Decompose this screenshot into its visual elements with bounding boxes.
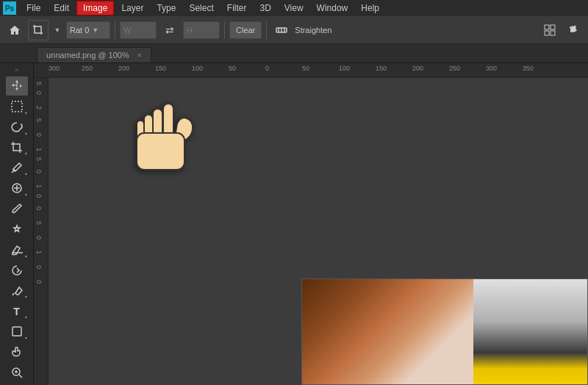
canvas-area: 300 250 200 150 100 50 0 50 100 150 200 … <box>34 63 588 385</box>
tab-close-btn[interactable]: × <box>137 51 142 60</box>
eyedropper-tool-btn[interactable]: ▾ <box>6 158 28 177</box>
tab-bar: unnamed.png @ 100% × <box>0 44 588 63</box>
svg-rect-15 <box>12 327 21 336</box>
heal-icon <box>10 181 24 195</box>
width-input[interactable] <box>120 21 157 39</box>
separator-3 <box>266 21 267 39</box>
ruler-corner <box>34 63 49 78</box>
menu-3d[interactable]: 3D <box>254 1 276 15</box>
img-right <box>473 279 587 384</box>
shape-icon <box>10 325 24 338</box>
svg-rect-8 <box>12 101 22 112</box>
menu-filter[interactable]: Filter <box>221 1 253 15</box>
pen-tool-btn[interactable]: ▾ <box>6 281 28 301</box>
ruler-left-label: 1 <box>35 184 43 188</box>
ruler-left-label: 0 <box>35 206 43 210</box>
crop-icon2 <box>10 141 24 154</box>
ruler-left-label: 0 <box>35 265 43 269</box>
ruler-left-label: 0 <box>35 133 43 137</box>
clear-button[interactable]: Clear <box>229 21 262 39</box>
ruler-label: 150 <box>155 65 166 72</box>
ruler-label: 100 <box>339 65 350 72</box>
swap-icon: ⇄ <box>165 24 174 36</box>
straighten-icon <box>275 24 288 37</box>
ruler-left-label: 5 <box>35 221 43 225</box>
toolbar-expand[interactable]: » <box>15 66 18 73</box>
eraser-tool-btn[interactable]: ▾ <box>6 240 28 259</box>
separator-1 <box>115 21 115 39</box>
marquee-tool-btn[interactable]: ▾ <box>6 97 28 116</box>
sub-tri4: ▾ <box>25 171 27 176</box>
ruler-left-label: 0 <box>35 91 43 95</box>
ruler-label: 300 <box>49 65 60 72</box>
grid-icon-btn[interactable] <box>539 20 560 40</box>
straighten-icon-btn[interactable] <box>271 20 292 40</box>
hand-icon <box>10 345 24 359</box>
ruler-label: 0 <box>265 65 269 72</box>
svg-line-17 <box>19 375 22 378</box>
svg-rect-7 <box>551 31 555 35</box>
menu-layer[interactable]: Layer <box>115 1 149 15</box>
menu-file[interactable]: File <box>21 1 46 15</box>
clone-icon <box>10 223 24 236</box>
crop-tool-btn[interactable] <box>28 20 49 40</box>
ruler-label: 250 <box>82 65 93 72</box>
settings-icon-btn[interactable] <box>563 20 584 40</box>
menu-image[interactable]: Image <box>76 1 114 15</box>
ruler-left-label: 0 <box>35 236 43 240</box>
eyedropper-icon <box>10 161 24 174</box>
menu-help[interactable]: Help <box>355 1 385 15</box>
ruler-left-label: 5 <box>35 82 43 85</box>
svg-point-9 <box>13 170 15 171</box>
document-tab[interactable]: unnamed.png @ 100% × <box>37 47 151 62</box>
brush-tool-btn[interactable] <box>6 199 28 218</box>
ruler-label: 50 <box>302 65 309 72</box>
sub-tri5: ▾ <box>25 192 27 197</box>
menu-edit[interactable]: Edit <box>48 1 75 15</box>
ruler-label: 50 <box>229 65 236 72</box>
hand-tool-btn[interactable] <box>6 342 28 361</box>
ruler-left-label: 1 <box>35 148 43 151</box>
ruler-scale-top: 300 250 200 150 100 50 0 50 100 150 200 … <box>49 63 588 77</box>
svg-rect-4 <box>545 25 549 29</box>
menu-select[interactable]: Select <box>183 1 219 15</box>
sub-tri7: ▾ <box>25 294 27 299</box>
sub-tri: ▾ <box>25 110 27 115</box>
ruler-label: 200 <box>412 65 423 72</box>
clone-tool-btn[interactable] <box>6 220 28 239</box>
lasso-icon <box>10 120 24 134</box>
svg-rect-5 <box>551 25 555 29</box>
crop-dropdown-btn[interactable]: ▼ <box>51 20 63 40</box>
pen-icon <box>10 284 24 298</box>
ps-logo: Ps <box>3 1 16 15</box>
ruler-left-label: 1 <box>35 251 43 254</box>
text-icon: T <box>13 305 20 317</box>
blur-icon <box>10 264 24 277</box>
ratio-dropdown[interactable]: Rat 0 ▼ <box>66 21 110 39</box>
menu-window[interactable]: Window <box>311 1 354 15</box>
gear-icon <box>567 24 579 36</box>
eraser-icon <box>10 243 24 256</box>
crop-tool-btn2[interactable]: ▾ <box>6 138 28 157</box>
height-input[interactable] <box>183 21 220 39</box>
main-area: » ▾ ▾ ▾ <box>0 63 588 385</box>
menu-view[interactable]: View <box>279 1 309 15</box>
separator-2 <box>224 21 225 39</box>
ruler-label: 150 <box>376 65 387 72</box>
text-tool-btn[interactable]: T ▾ <box>6 301 28 320</box>
ruler-label: 100 <box>192 65 203 72</box>
marquee-icon <box>10 100 24 113</box>
shape-tool-btn[interactable]: ▾ <box>6 322 28 341</box>
swap-icon-btn[interactable]: ⇄ <box>159 20 180 40</box>
svg-rect-6 <box>545 31 549 35</box>
lasso-tool-btn[interactable]: ▾ <box>6 118 28 137</box>
zoom-tool-btn[interactable] <box>6 363 28 382</box>
menu-type[interactable]: Type <box>151 1 182 15</box>
move-tool-btn[interactable] <box>6 76 28 96</box>
blur-tool-btn[interactable] <box>6 261 28 280</box>
heal-tool-btn[interactable]: ▾ <box>6 179 28 198</box>
svg-point-14 <box>15 292 16 294</box>
zoom-icon <box>10 366 24 379</box>
home-icon-btn[interactable] <box>4 20 25 40</box>
brush-icon <box>10 202 24 215</box>
